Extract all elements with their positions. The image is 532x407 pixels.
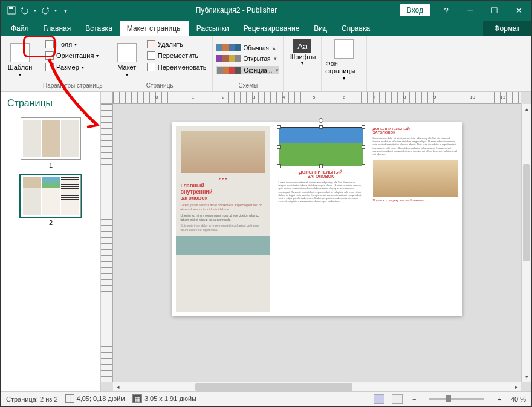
scheme-up-icon[interactable]: ▴ (273, 45, 276, 51)
scheme-official[interactable]: Официа...▾ (216, 66, 279, 74)
redo-icon[interactable] (41, 6, 50, 15)
canvas[interactable]: 01234567891011 ● ● ● Главный внутренний … (101, 92, 531, 391)
status-position: ⊹4,05; 0,18 дюйм (65, 395, 125, 403)
tab-mailings[interactable]: Рассылки (189, 21, 236, 36)
tab-review[interactable]: Рецензирование (236, 21, 307, 36)
redo-dropdown-icon[interactable]: ▾ (54, 8, 57, 13)
scheme-more-icon[interactable]: ▾ (276, 67, 279, 73)
panel1-image[interactable] (181, 131, 265, 173)
orientation-icon (45, 51, 54, 60)
ruler-corner (101, 92, 113, 104)
template-label: Шаблон (8, 63, 33, 71)
pages-panel: Страницы 1 2 (1, 92, 101, 391)
undo-dropdown-icon[interactable]: ▾ (34, 8, 36, 13)
orientation-button[interactable]: Ориентация▾ (43, 50, 101, 61)
scrollbar-horizontal[interactable]: ◂ ▸ (113, 382, 521, 391)
scroll-down-icon[interactable]: ▾ (522, 372, 531, 382)
scroll-thumb-h[interactable] (195, 383, 352, 391)
status-page[interactable]: Страница: 2 из 2 (6, 396, 58, 403)
page-thumb-1[interactable]: 1 (5, 117, 97, 169)
minimize-icon[interactable]: ─ (458, 1, 482, 19)
resize-handle-sw[interactable] (277, 164, 281, 168)
svg-rect-1 (9, 7, 13, 9)
scheme-normal[interactable]: Обычная▴ (216, 44, 279, 51)
tab-home[interactable]: Главная (36, 21, 79, 36)
selected-image[interactable] (279, 127, 363, 166)
undo-icon[interactable] (21, 6, 29, 15)
statusbar: Страница: 2 из 2 ⊹4,05; 0,18 дюйм ▦3,05 … (1, 391, 531, 406)
rename-icon (147, 63, 155, 71)
publication-page[interactable]: ● ● ● Главный внутренний заголовок Lorem… (172, 122, 462, 316)
zoom-thumb[interactable] (446, 395, 451, 402)
ribbon-tabs: Файл Главная Вставка Макет страницы Расс… (1, 19, 531, 36)
resize-handle-w[interactable] (277, 145, 281, 149)
page-bg-icon (334, 39, 354, 59)
status-object-size: ▦3,05 x 1,91 дюйм (132, 395, 196, 403)
resize-handle-n[interactable] (319, 125, 323, 129)
pages-group-label: Страницы (112, 81, 209, 90)
zoom-out-button[interactable]: − (410, 396, 418, 403)
scrollbar-vertical[interactable]: ▴ ▾ (521, 104, 531, 382)
scheme-down-icon[interactable]: ▾ (274, 56, 277, 62)
fonts-icon: Aa (293, 39, 311, 53)
save-icon[interactable] (7, 6, 16, 15)
tab-help[interactable]: Справка (334, 21, 377, 36)
page-bg-button[interactable]: Фон страницы ▾ (325, 39, 363, 81)
margins-icon (45, 40, 54, 48)
tab-page-design[interactable]: Макет страницы (120, 21, 189, 36)
template-icon (10, 43, 30, 62)
signin-button[interactable]: Вход (400, 4, 430, 16)
zoom-in-button[interactable]: + (495, 396, 503, 403)
margins-button[interactable]: Поля▾ (43, 39, 101, 50)
zoom-slider[interactable] (429, 398, 484, 400)
page-thumb-2[interactable]: 2 (5, 175, 97, 226)
window-title: Публикация2 - Publisher (73, 6, 400, 15)
layout-button[interactable]: Макет ▾ (112, 39, 142, 81)
page-setup-group-label[interactable]: Параметры страницы (43, 81, 104, 90)
delete-page-button[interactable]: Удалить (144, 39, 209, 50)
size-button[interactable]: Размер▾ (43, 62, 101, 73)
scroll-left-icon[interactable]: ◂ (113, 382, 123, 392)
tab-insert[interactable]: Вставка (78, 21, 120, 36)
chevron-down-icon: ▾ (19, 72, 21, 77)
zoom-level[interactable]: 40 % (511, 396, 526, 403)
ribbon: Шаблон ▾ Поля▾ Ориентация▾ Размер▾ Парам… (1, 36, 531, 92)
help-icon[interactable]: ? (434, 1, 458, 19)
rename-page-button[interactable]: Переименовать (144, 62, 209, 73)
ruler-vertical (101, 104, 113, 382)
scheme-open[interactable]: Открытая▾ (216, 55, 279, 62)
scroll-thumb-v[interactable] (523, 164, 530, 261)
resize-handle-s[interactable] (319, 164, 323, 168)
size-icon (45, 63, 54, 71)
template-button[interactable]: Шаблон ▾ (5, 39, 35, 81)
tab-format[interactable]: Формат (483, 21, 531, 36)
fonts-button[interactable]: Aa Шрифты ▾ (287, 39, 317, 81)
view-single-button[interactable] (374, 394, 384, 404)
pages-panel-title: Страницы (5, 96, 97, 111)
layout-icon (117, 43, 137, 62)
delete-icon (147, 40, 155, 48)
resize-handle-e[interactable] (362, 145, 365, 149)
view-spread-button[interactable] (392, 394, 403, 404)
qat-customize-icon[interactable]: ▾ (64, 7, 67, 14)
tab-file[interactable]: Файл (4, 21, 36, 36)
panel3-image[interactable] (373, 160, 458, 197)
move-page-button[interactable]: Переместить (144, 50, 209, 61)
scroll-right-icon[interactable]: ▸ (511, 382, 521, 392)
rotate-handle[interactable] (319, 118, 323, 123)
ruler-horizontal: 01234567891011 (113, 92, 521, 104)
resize-handle-nw[interactable] (277, 125, 281, 129)
tab-view[interactable]: Вид (307, 21, 334, 36)
scroll-up-icon[interactable]: ▴ (522, 104, 531, 114)
move-icon (147, 51, 155, 60)
close-icon[interactable]: ✕ (507, 1, 531, 19)
resize-handle-se[interactable] (362, 164, 365, 168)
schemes-group-label[interactable]: Схемы (216, 81, 279, 90)
resize-handle-ne[interactable] (362, 125, 365, 129)
maximize-icon[interactable]: ☐ (482, 1, 507, 19)
titlebar: ▾ ▾ ▾ Публикация2 - Publisher Вход ? ─ ☐… (1, 1, 531, 19)
